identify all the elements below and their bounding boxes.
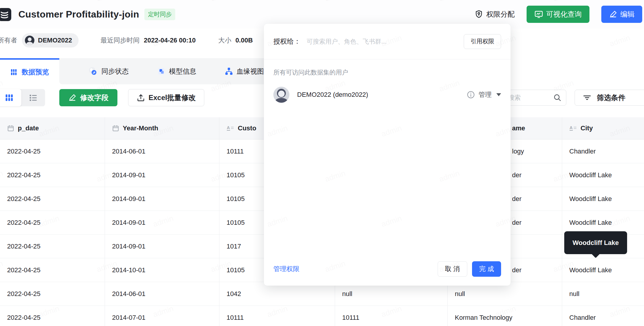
sync-time-label: 最近同步时间 bbox=[101, 36, 140, 45]
table-cell[interactable]: Woodcliff Lake bbox=[562, 187, 644, 211]
table-cell[interactable]: 2022-04-25 bbox=[0, 187, 105, 211]
tab-data-preview-label: 数据预览 bbox=[22, 67, 49, 77]
grant-to-label: 授权给： bbox=[273, 37, 301, 46]
text-field-icon: A bbox=[227, 125, 234, 132]
table-cell[interactable]: 1042 bbox=[219, 282, 335, 306]
modal-footer: 管理权限 取 消 完 成 bbox=[264, 261, 511, 286]
table-cell[interactable]: 2022-04-25 bbox=[0, 306, 105, 326]
svg-text:A: A bbox=[570, 125, 573, 130]
sync-time-value: 2022-04-26 00:10 bbox=[144, 37, 196, 44]
table-cell[interactable]: 2014-07-01 bbox=[105, 306, 219, 326]
accessible-users-label: 所有可访问此数据集的用户 bbox=[273, 68, 501, 77]
table-cell[interactable]: Chandler bbox=[562, 140, 644, 163]
table-cell[interactable]: Woodcliff Lake bbox=[562, 211, 644, 235]
table-cell[interactable]: 2014-09-01 bbox=[105, 211, 219, 235]
column-label: ame bbox=[512, 124, 525, 132]
permission-shield-icon bbox=[474, 10, 483, 19]
filter-button[interactable]: 筛选条件 bbox=[575, 90, 644, 106]
table-cell[interactable]: 10111 bbox=[219, 306, 335, 326]
modal-body: 所有可访问此数据集的用户 DEMO2022 (demo2022) 管理 bbox=[264, 59, 511, 261]
column-label: City bbox=[581, 124, 593, 132]
quote-permission-button[interactable]: 引用权限 bbox=[464, 34, 501, 49]
manage-permission-link[interactable]: 管理权限 bbox=[273, 265, 299, 273]
calendar-icon bbox=[112, 125, 119, 132]
table-cell[interactable]: Woodcliff Lake bbox=[562, 163, 644, 187]
view-toggle-table[interactable] bbox=[0, 89, 21, 106]
edit-pen-icon bbox=[609, 10, 617, 18]
text-field-icon: A bbox=[569, 125, 577, 132]
user-row: DEMO2022 (demo2022) 管理 bbox=[273, 87, 501, 103]
table-cell[interactable]: 2014-06-01 bbox=[105, 140, 219, 163]
permission-assign-button[interactable]: 权限分配 bbox=[474, 10, 515, 19]
owner-pill[interactable]: DEMO2022 bbox=[22, 33, 79, 48]
edit-button[interactable]: 编辑 bbox=[601, 6, 642, 23]
visual-query-label: 可视化查询 bbox=[546, 10, 582, 19]
excel-batch-button[interactable]: Excel批量修改 bbox=[128, 89, 204, 106]
table-search-input[interactable] bbox=[508, 94, 553, 101]
excel-batch-label: Excel批量修改 bbox=[149, 93, 196, 102]
tab-data-preview[interactable]: 数据预览 bbox=[0, 58, 59, 84]
table-cell[interactable]: 2022-04-25 bbox=[0, 211, 105, 235]
filter-icon bbox=[583, 93, 592, 102]
table-cell[interactable]: 10111 bbox=[335, 306, 448, 326]
table-cell[interactable]: Woodcliff Lake bbox=[562, 258, 644, 282]
modal-header: 授权给： 引用权限 bbox=[264, 24, 511, 59]
done-button[interactable]: 完 成 bbox=[472, 261, 501, 277]
tab-model-info-label: 模型信息 bbox=[169, 67, 196, 76]
table-cell[interactable]: 2014-10-01 bbox=[105, 258, 219, 282]
role-dropdown[interactable]: 管理 bbox=[467, 90, 501, 99]
view-toggle-group bbox=[0, 89, 45, 106]
table-cell[interactable]: 2022-04-25 bbox=[0, 258, 105, 282]
table-cell[interactable]: 2022-04-25 bbox=[0, 282, 105, 306]
view-toggle-list[interactable] bbox=[21, 89, 45, 106]
grant-search-input[interactable] bbox=[307, 38, 458, 45]
tab-sync-status-label: 同步状态 bbox=[101, 67, 129, 76]
owner-avatar bbox=[25, 36, 34, 45]
table-cell[interactable]: 2022-04-25 bbox=[0, 163, 105, 187]
user-name: DEMO2022 (demo2022) bbox=[297, 91, 368, 99]
role-label: 管理 bbox=[479, 90, 492, 99]
scheduled-sync-badge: 定时同步 bbox=[144, 9, 175, 20]
tab-model-info[interactable]: 模型信息 bbox=[157, 67, 196, 76]
monitor-chart-icon bbox=[534, 10, 543, 19]
size-value: 0.00B bbox=[235, 37, 253, 44]
info-icon[interactable] bbox=[467, 91, 475, 99]
upload-icon bbox=[137, 94, 145, 102]
table-cell[interactable]: null bbox=[448, 282, 562, 306]
table-cell[interactable]: 2022-04-25 bbox=[0, 140, 105, 163]
owner-name: DEMO2022 bbox=[38, 37, 72, 44]
table-cell[interactable]: 2014-09-01 bbox=[105, 187, 219, 211]
table-cell[interactable]: Korman Technology bbox=[448, 306, 562, 326]
chevron-down-icon bbox=[496, 93, 501, 96]
cell-tooltip: Woodcliff Lake bbox=[564, 231, 627, 254]
search-icon[interactable] bbox=[553, 93, 562, 102]
modify-fields-label: 修改字段 bbox=[80, 93, 109, 102]
column-label: Custo bbox=[238, 124, 256, 132]
column-label: p_date bbox=[18, 124, 39, 132]
svg-text:A: A bbox=[227, 125, 230, 130]
table-cell[interactable]: 2014-09-01 bbox=[105, 235, 219, 258]
column-header-year-month[interactable]: Year-Month bbox=[105, 117, 219, 140]
table-cell[interactable]: null bbox=[562, 282, 644, 306]
table-row: 2022-04-252014-06-011042nullnullnull bbox=[0, 282, 644, 306]
modify-fields-button[interactable]: 修改字段 bbox=[59, 89, 117, 106]
cancel-button[interactable]: 取 消 bbox=[438, 261, 467, 277]
column-header-p-date[interactable]: p_date bbox=[0, 117, 105, 140]
tab-sync-status[interactable]: 同步状态 bbox=[88, 66, 129, 76]
table-cell[interactable]: 2014-09-01 bbox=[105, 163, 219, 187]
dataset-page: Customer Profitability-join 定时同步 权限分配 可视… bbox=[0, 0, 644, 326]
table-cell[interactable]: 2022-04-25 bbox=[0, 235, 105, 258]
table-row: 2022-04-252014-07-011011110111Korman Tec… bbox=[0, 306, 644, 326]
column-header-city[interactable]: A City bbox=[562, 117, 644, 140]
data-grid-icon bbox=[10, 68, 18, 76]
table-cell[interactable]: Chandler bbox=[562, 306, 644, 326]
table-cell[interactable]: null bbox=[335, 282, 448, 306]
permission-modal: 授权给： 引用权限 所有可访问此数据集的用户 DEMO2022 (demo202… bbox=[264, 24, 511, 286]
sync-status-icon bbox=[88, 66, 98, 76]
visual-query-button[interactable]: 可视化查询 bbox=[527, 6, 589, 23]
table-cell[interactable]: 2014-06-01 bbox=[105, 282, 219, 306]
tab-lineage-view[interactable]: 血缘视图 bbox=[225, 67, 264, 76]
modify-pen-icon bbox=[68, 94, 76, 102]
table-view-icon bbox=[5, 93, 14, 102]
column-label: Year-Month bbox=[123, 124, 158, 132]
